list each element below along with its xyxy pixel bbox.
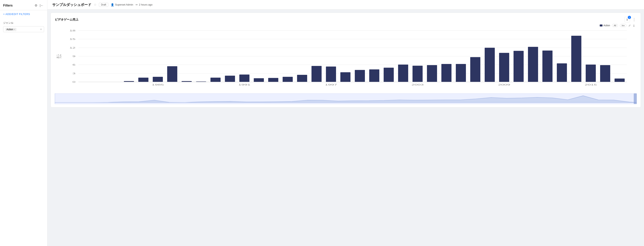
svg-rect-19 [182, 81, 192, 82]
svg-rect-41 [499, 53, 509, 82]
svg-text:12: 12 [70, 47, 76, 49]
legend-label: Action [604, 24, 610, 27]
download-icon[interactable]: ⤓ [633, 24, 635, 27]
chart-header: ビデオゲーム売上 ⊻ 1 ⋮ [55, 17, 637, 22]
svg-text:2015: 2015 [585, 83, 597, 86]
svg-rect-28 [312, 66, 322, 82]
legend-action-item: Action [600, 24, 610, 27]
filter-tags: Action × [5, 27, 16, 31]
svg-rect-37 [442, 64, 452, 82]
star-icon[interactable]: ☆ [94, 3, 96, 6]
legend-all-button[interactable]: All [612, 24, 618, 27]
action-filter-tag: Action × [5, 28, 16, 31]
chart-title: ビデオゲーム売上 [55, 18, 78, 21]
svg-rect-58 [55, 93, 637, 104]
filter-count-badge: 1 [628, 16, 631, 19]
svg-rect-15 [124, 81, 134, 82]
dashboard-title: サンプルダッシュボード [52, 2, 91, 7]
pencil-icon: ✏ [136, 3, 138, 6]
svg-rect-35 [412, 66, 422, 82]
svg-rect-38 [456, 64, 466, 82]
filter-funnel-icon: ⊻ [626, 18, 628, 21]
svg-rect-40 [485, 48, 495, 82]
svg-text:2009: 2009 [498, 83, 510, 86]
svg-rect-23 [240, 74, 250, 82]
edit-time: ✏ 2 hours ago [136, 3, 152, 6]
svg-rect-39 [470, 57, 480, 82]
remove-action-tag[interactable]: × [14, 28, 15, 31]
chart-legend: Action All Inv ⤢ ⤓ [55, 24, 637, 27]
sidebar: Filters ⚙ |← + ADD/EDIT FILTERS ジャンル Act… [0, 0, 48, 246]
svg-text:1997: 1997 [325, 83, 337, 86]
svg-rect-33 [384, 68, 394, 82]
expand-icon[interactable]: ⤢ [628, 24, 631, 27]
svg-rect-42 [514, 51, 524, 82]
collapse-icon[interactable]: |← [39, 3, 44, 8]
svg-rect-47 [586, 65, 596, 82]
genre-label: ジャンル [3, 21, 44, 25]
svg-rect-45 [557, 63, 567, 82]
svg-rect-24 [254, 78, 264, 82]
svg-rect-36 [427, 65, 437, 82]
svg-rect-43 [528, 47, 538, 82]
settings-icon[interactable]: ⚙ [34, 3, 38, 8]
svg-text:18: 18 [70, 29, 76, 32]
bar-chart-area: 0369121518売上198519911997200320092015 [55, 29, 637, 92]
svg-text:9: 9 [72, 55, 76, 57]
dashboard-content: ビデオゲーム売上 ⊻ 1 ⋮ Action All Inv ⤢ ⤓ [48, 9, 644, 246]
minimap[interactable] [55, 93, 637, 104]
user-icon: 👤 [111, 3, 114, 6]
sidebar-icons: ⚙ |← [34, 3, 44, 8]
svg-rect-30 [340, 72, 350, 82]
top-navigation: サンプルダッシュボード ☆ Draft 👤 Superset Admin ✏ 2… [48, 0, 644, 9]
chart-card-video-game-sales: ビデオゲーム売上 ⊻ 1 ⋮ Action All Inv ⤢ ⤓ [50, 13, 641, 107]
svg-rect-59 [634, 93, 637, 104]
sidebar-title: Filters [3, 4, 13, 7]
filter-badge-button[interactable]: ⊻ 1 [624, 17, 630, 22]
svg-rect-26 [283, 77, 293, 82]
main-content: サンプルダッシュボード ☆ Draft 👤 Superset Admin ✏ 2… [48, 0, 644, 246]
legend-color-swatch [600, 24, 602, 26]
svg-rect-31 [355, 70, 365, 82]
svg-rect-18 [167, 66, 177, 82]
chevron-down-icon: ∨ [40, 28, 42, 31]
svg-text:3: 3 [72, 72, 76, 75]
svg-rect-34 [398, 65, 408, 82]
svg-rect-46 [571, 36, 581, 82]
genre-filter-section: ジャンル Action × ∨ [0, 18, 47, 34]
chart-header-actions: ⊻ 1 ⋮ [624, 17, 637, 22]
svg-rect-17 [153, 77, 163, 82]
bar-chart-svg: 0369121518売上198519911997200320092015 [55, 29, 637, 92]
legend-inv-button[interactable]: Inv [620, 24, 626, 27]
svg-rect-25 [268, 78, 278, 82]
edit-timestamp: 2 hours ago [139, 3, 152, 6]
svg-rect-22 [225, 76, 235, 82]
genre-filter-select[interactable]: Action × ∨ [3, 26, 44, 32]
svg-rect-32 [369, 69, 379, 82]
svg-text:1985: 1985 [152, 83, 164, 86]
svg-rect-16 [138, 78, 148, 82]
svg-text:15: 15 [70, 38, 76, 40]
svg-text:2003: 2003 [412, 83, 424, 86]
svg-text:6: 6 [72, 64, 76, 66]
draft-badge[interactable]: Draft [99, 3, 108, 7]
svg-rect-44 [542, 50, 552, 82]
svg-rect-49 [614, 79, 625, 82]
username: Superset Admin [115, 3, 133, 6]
svg-rect-21 [210, 78, 220, 82]
svg-rect-48 [600, 65, 610, 82]
sidebar-header: Filters ⚙ |← [0, 3, 47, 10]
minimap-svg[interactable] [55, 93, 637, 104]
svg-text:0: 0 [72, 81, 76, 83]
user-info: 👤 Superset Admin [111, 3, 133, 6]
svg-text:1991: 1991 [238, 83, 250, 86]
svg-rect-29 [326, 66, 336, 82]
svg-text:売上: 売上 [56, 54, 62, 58]
svg-rect-27 [297, 75, 307, 82]
more-options-button[interactable]: ⋮ [632, 17, 637, 22]
add-edit-filters-button[interactable]: + ADD/EDIT FILTERS [0, 10, 47, 18]
